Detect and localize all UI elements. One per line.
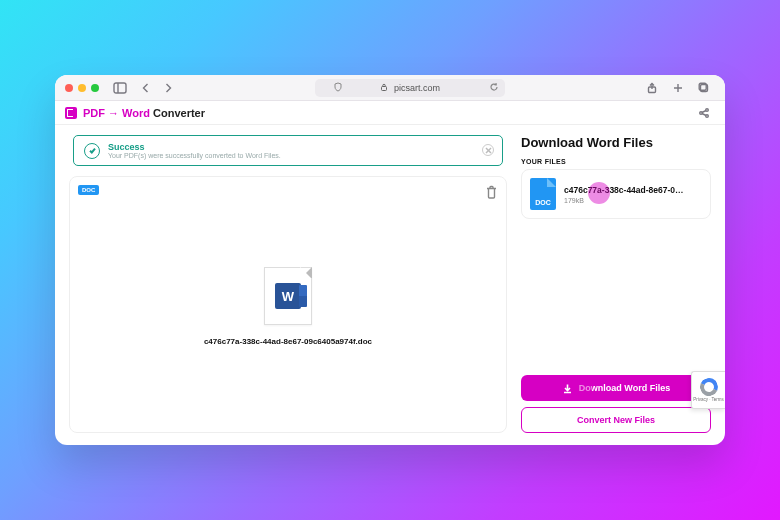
doc-chip: DOC <box>78 185 99 195</box>
word-icon: W <box>275 283 301 309</box>
reload-icon[interactable] <box>489 82 499 94</box>
banner-title: Success <box>108 142 281 152</box>
row-file-size: 179kB <box>564 197 684 204</box>
download-sidebar: Download Word Files YOUR FILES DOC c476c… <box>521 135 711 433</box>
close-banner-button[interactable] <box>482 144 494 156</box>
file-preview-card: DOC W c476c77a-338c-44ad-8e67-09c6405a97… <box>69 176 507 433</box>
shield-icon <box>333 82 343 94</box>
doc-file-icon: DOC <box>530 178 556 210</box>
file-row[interactable]: DOC c476c77a-338c-44ad-8e67-0… 179kB <box>521 169 711 219</box>
minimize-window-icon[interactable] <box>78 84 86 92</box>
back-icon[interactable] <box>135 79 157 97</box>
new-tab-icon[interactable] <box>667 79 689 97</box>
check-circle-icon <box>84 143 100 159</box>
tabs-overview-icon[interactable] <box>693 79 715 97</box>
download-button-label: Download Word Files <box>579 383 670 393</box>
convert-new-button[interactable]: Convert New Files <box>521 407 711 433</box>
browser-toolbar: picsart.com <box>55 75 725 101</box>
convert-new-label: Convert New Files <box>577 415 655 425</box>
app-logo-icon <box>65 107 77 119</box>
title-suffix: Converter <box>153 107 205 119</box>
success-banner: Success Your PDF(s) were successfully co… <box>73 135 503 166</box>
row-file-name: c476c77a-338c-44ad-8e67-0… <box>564 185 684 195</box>
banner-subtitle: Your PDF(s) were successfully converted … <box>108 152 281 159</box>
close-window-icon[interactable] <box>65 84 73 92</box>
window-controls <box>65 84 99 92</box>
document-page-icon: W <box>264 267 312 325</box>
forward-icon[interactable] <box>157 79 179 97</box>
svg-line-12 <box>702 113 706 115</box>
recaptcha-badge[interactable]: Privacy · Terms <box>691 371 725 409</box>
delete-file-button[interactable] <box>485 185 498 203</box>
app-header: PDF → Word Converter <box>55 101 725 125</box>
share-system-icon[interactable] <box>641 79 663 97</box>
recaptcha-text: Privacy · Terms <box>693 398 724 403</box>
maximize-window-icon[interactable] <box>91 84 99 92</box>
address-bar[interactable]: picsart.com <box>315 79 505 97</box>
svg-rect-0 <box>114 83 126 93</box>
download-button[interactable]: Download Word Files <box>521 375 711 401</box>
url-text: picsart.com <box>394 83 440 93</box>
lock-icon <box>380 83 388 93</box>
file-name-label: c476c77a-338c-44ad-8e67-09c6405a974f.doc <box>204 337 372 346</box>
your-files-label: YOUR FILES <box>521 158 711 165</box>
title-prefix: PDF → Word <box>83 107 150 119</box>
browser-window: picsart.com PDF → Word Converter <box>55 75 725 445</box>
recaptcha-icon <box>700 378 718 396</box>
share-page-icon[interactable] <box>693 104 715 122</box>
page-title: PDF → Word Converter <box>83 107 205 119</box>
svg-rect-2 <box>381 86 386 90</box>
sidebar-toggle-icon[interactable] <box>109 79 131 97</box>
svg-line-11 <box>702 110 706 112</box>
sidebar-title: Download Word Files <box>521 135 711 150</box>
